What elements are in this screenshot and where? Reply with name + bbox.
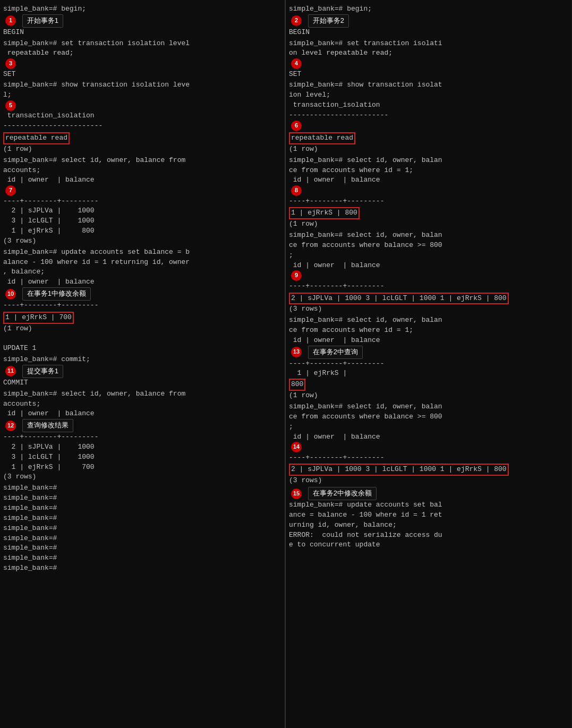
right-id1-row: 1 | ejRrkS | 800 (1 row): [289, 207, 568, 229]
tooltip-10: 在事务1中修改余额: [22, 287, 91, 301]
left-repeatable-read-value: repeatable read: [3, 132, 70, 144]
badge-13: 13: [291, 347, 302, 357]
right-select-id1-divider: ----+--------+---------: [289, 196, 568, 207]
right-800-highlight: 800: [289, 379, 305, 391]
badge-11: 11: [5, 366, 16, 376]
left-update-divider: ----+--------+---------: [3, 301, 281, 311]
right-id1-1row: (1 row): [289, 219, 568, 229]
badge-10: 10: [5, 289, 16, 299]
left-repeatable-read: repeatable read (1 row): [3, 132, 281, 155]
right-select-balance800-divider: ----+--------+---------: [289, 281, 568, 292]
badge-14: 14: [291, 442, 302, 452]
right-balance800-rows-again-value: 2 | sJPLVa | 1000 3 | lcLGLT | 1000 1 | …: [289, 464, 509, 476]
tooltip-11: 提交事务1: [22, 365, 63, 378]
left-update-row: 1 | ejRrkS | 700 (1 row) UPDATE 1: [3, 312, 281, 354]
left-prompts-text: simple_bank=# simple_bank=# simple_bank=…: [3, 483, 281, 573]
right-update-error: 15 在事务2中修改余额 simple_bank=# update accoun…: [289, 487, 568, 550]
right-balance800-3rows: (3 rows): [289, 304, 568, 314]
right-begin-tx: simple_bank=# begin; 2 开始事务2 BEGIN: [289, 4, 568, 38]
left-update: simple_bank=# update accounts set balanc…: [3, 247, 281, 311]
tooltip-12: 查询修改结果: [22, 419, 73, 432]
right-set-isolation-result: SET: [289, 70, 568, 80]
main-container: simple_bank=# begin; 1 开始事务1 BEGIN simpl…: [0, 0, 572, 728]
left-update-row-value: 1 | ejRrkS | 700: [3, 312, 74, 324]
left-select-all-text: simple_bank=# select id, owner, balance …: [3, 156, 281, 186]
right-balance800-rows-value: 2 | sJPLVa | 1000 3 | lcLGLT | 1000 1 | …: [289, 293, 509, 305]
right-select-balance800-again: simple_bank=# select id, owner, balan ce…: [289, 402, 568, 463]
left-show-isolation-header: transaction_isolation ------------------…: [3, 111, 281, 131]
left-show-isolation-text: simple_bank=# show transaction isolation…: [3, 80, 281, 100]
right-select-balance800-text: simple_bank=# select id, owner, balan ce…: [289, 230, 568, 270]
right-panel: simple_bank=# begin; 2 开始事务2 BEGIN simpl…: [286, 0, 571, 728]
badge-4: 4: [291, 58, 302, 69]
badge-15: 15: [291, 489, 302, 499]
left-update-1row: (1 row) UPDATE 1: [3, 324, 281, 354]
right-show-isolation-text: simple_bank=# show transaction isolat io…: [289, 80, 568, 120]
right-set-isolation-text: simple_bank=# set transaction isolati on…: [289, 39, 568, 59]
right-repeatable-read-value: repeatable read: [289, 132, 355, 144]
badge-1: 1: [5, 15, 16, 26]
badge-6: 6: [291, 121, 302, 131]
left-select-after-commit: simple_bank=# select id, owner, balance …: [3, 389, 281, 483]
tooltip-15: 在事务2中修改余额: [308, 487, 377, 500]
right-select-id1-again-divider: ----+--------+--------- 1 | ejRrkS |: [289, 359, 568, 379]
left-set-isolation-result: SET: [3, 70, 281, 80]
right-begin-result: BEGIN: [289, 28, 568, 38]
right-balance800-rows: 2 | sJPLVa | 1000 3 | lcLGLT | 1000 1 | …: [289, 293, 568, 315]
right-begin-text: simple_bank=# begin;: [289, 4, 568, 14]
badge-8: 8: [291, 185, 302, 196]
left-set-isolation-text: simple_bank=# set transaction isolation …: [3, 39, 281, 59]
left-select-after-commit-result: ----+--------+--------- 2 | sJPLVa | 100…: [3, 432, 281, 482]
right-id1-again-1row: (1 row): [289, 391, 568, 401]
left-commit: simple_bank=# commit; 11 提交事务1 COMMIT: [3, 355, 281, 388]
left-begin-tx: simple_bank=# begin; 1 开始事务1 BEGIN: [3, 4, 281, 38]
left-set-isolation: simple_bank=# set transaction isolation …: [3, 39, 281, 80]
right-update-error-text: simple_bank=# update accounts set bal an…: [289, 500, 568, 550]
left-update-text: simple_bank=# update accounts set balanc…: [3, 247, 281, 287]
left-panel: simple_bank=# begin; 1 开始事务1 BEGIN simpl…: [0, 0, 286, 728]
right-select-balance800: simple_bank=# select id, owner, balan ce…: [289, 230, 568, 292]
tooltip-2: 开始事务2: [308, 14, 349, 28]
right-select-id1: simple_bank=# select id, owner, balan ce…: [289, 156, 568, 207]
left-begin-text: simple_bank=# begin;: [3, 4, 281, 14]
badge-9: 9: [291, 270, 302, 281]
tooltip-13: 在事务2中查询: [308, 346, 363, 359]
right-select-id1-again: simple_bank=# select id, owner, balan ce…: [289, 315, 568, 401]
right-id1-row-value: 1 | ejRrkS | 800: [289, 207, 360, 219]
right-repeatable-read: repeatable read (1 row): [289, 132, 568, 155]
right-select-id1-again-text: simple_bank=# select id, owner, balan ce…: [289, 315, 568, 346]
left-prompts: simple_bank=# simple_bank=# simple_bank=…: [3, 483, 281, 573]
right-select-id1-text: simple_bank=# select id, owner, balan ce…: [289, 156, 568, 186]
badge-5: 5: [5, 100, 16, 111]
badge-12: 12: [5, 421, 16, 431]
right-set-isolation: simple_bank=# set transaction isolati on…: [289, 39, 568, 80]
left-select-all: simple_bank=# select id, owner, balance …: [3, 156, 281, 246]
badge-7: 7: [5, 185, 16, 196]
left-show-isolation: simple_bank=# show transaction isolation…: [3, 80, 281, 131]
right-select-balance800-again-divider: ----+--------+---------: [289, 453, 568, 463]
right-balance800-rows-again: 2 | sJPLVa | 1000 3 | lcLGLT | 1000 1 | …: [289, 464, 568, 486]
right-balance800-3rows-b: (3 rows): [289, 476, 568, 486]
left-1row-a: (1 row): [3, 144, 281, 155]
tooltip-1: 开始事务1: [22, 14, 63, 28]
left-commit-result: COMMIT: [3, 378, 281, 388]
left-select-after-commit-text: simple_bank=# select id, owner, balance …: [3, 389, 281, 419]
left-commit-text: simple_bank=# commit;: [3, 355, 281, 365]
left-select-all-result: ----+--------+--------- 2 | sJPLVa | 100…: [3, 196, 281, 246]
left-begin-result: BEGIN: [3, 28, 281, 38]
right-select-balance800-again-text: simple_bank=# select id, owner, balan ce…: [289, 402, 568, 442]
right-show-isolation: simple_bank=# show transaction isolat io…: [289, 80, 568, 131]
badge-3: 3: [5, 58, 16, 69]
right-1row-a: (1 row): [289, 144, 568, 155]
badge-2: 2: [291, 15, 302, 26]
